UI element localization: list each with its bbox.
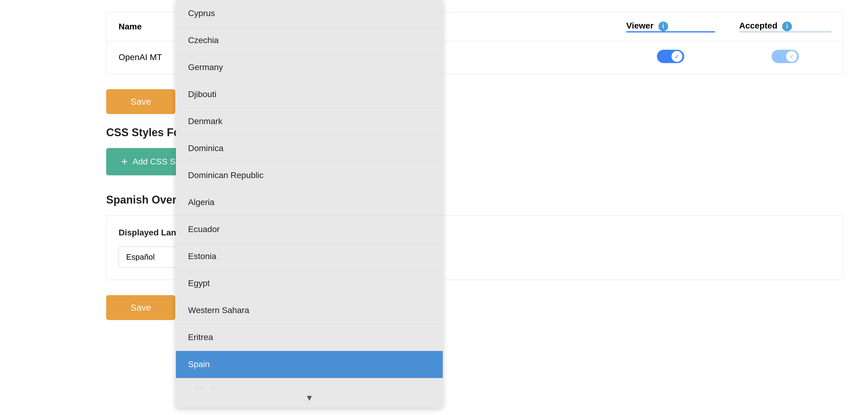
dropdown-list: CyprusCzechiaGermanyDjiboutiDenmarkDomin… bbox=[176, 0, 443, 388]
dropdown-item-denmark[interactable]: Denmark bbox=[176, 108, 443, 135]
dropdown-item-egypt[interactable]: Egypt bbox=[176, 270, 443, 297]
dropdown-item-estonia[interactable]: Estonia bbox=[176, 243, 443, 270]
bottom-save-button[interactable]: Save bbox=[106, 295, 175, 320]
viewer-top-border bbox=[626, 31, 715, 32]
dropdown-item-germany[interactable]: Germany bbox=[176, 54, 443, 81]
dropdown-item-dominican-republic[interactable]: Dominican Republic bbox=[176, 162, 443, 189]
dropdown-item-djibouti[interactable]: Djibouti bbox=[176, 81, 443, 108]
cell-accepted[interactable] bbox=[727, 41, 843, 74]
accepted-toggle[interactable] bbox=[772, 50, 799, 63]
dropdown-item-algeria[interactable]: Algeria bbox=[176, 189, 443, 216]
dropdown-item-dominica[interactable]: Dominica bbox=[176, 135, 443, 162]
save-button[interactable]: Save bbox=[106, 89, 175, 114]
dropdown-item-spain[interactable]: Spain bbox=[176, 351, 443, 378]
col-header-viewer: Viewer i bbox=[614, 12, 727, 41]
dropdown-item-ethiopia[interactable]: Ethiopia bbox=[176, 378, 443, 388]
col-header-accepted: Accepted i bbox=[727, 12, 843, 41]
accepted-top-border bbox=[739, 31, 831, 32]
page-wrapper: Name Viewer i Accepted i bbox=[0, 0, 868, 415]
dropdown-item-ecuador[interactable]: Ecuador bbox=[176, 216, 443, 243]
dropdown-arrow-icon[interactable]: ▼ bbox=[176, 388, 443, 408]
viewer-toggle[interactable] bbox=[657, 50, 684, 63]
viewer-info-icon[interactable]: i bbox=[658, 22, 668, 31]
accepted-info-icon[interactable]: i bbox=[782, 22, 792, 31]
dropdown-item-cyprus[interactable]: Cyprus bbox=[176, 0, 443, 27]
dropdown-item-czechia[interactable]: Czechia bbox=[176, 27, 443, 54]
dropdown-item-eritrea[interactable]: Eritrea bbox=[176, 324, 443, 351]
country-dropdown: CyprusCzechiaGermanyDjiboutiDenmarkDomin… bbox=[176, 0, 443, 408]
cell-viewer[interactable] bbox=[614, 41, 727, 74]
plus-icon: + bbox=[121, 155, 128, 168]
dropdown-item-western-sahara[interactable]: Western Sahara bbox=[176, 297, 443, 324]
